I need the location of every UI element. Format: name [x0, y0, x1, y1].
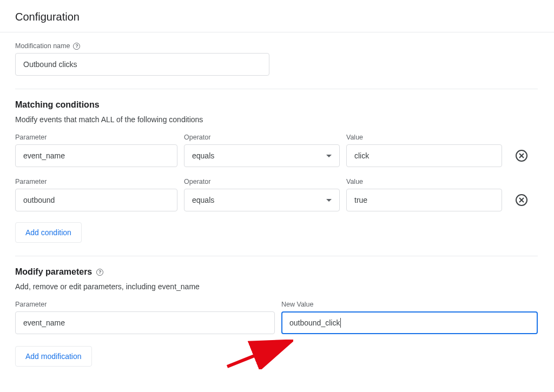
remove-condition-button[interactable] — [516, 194, 527, 206]
condition-operator-select[interactable]: equals — [184, 144, 340, 167]
parameter-label: Parameter — [15, 178, 177, 185]
new-value-text: outbound_click — [289, 318, 340, 327]
condition-row: Parameter Operator equals Value — [15, 134, 538, 167]
modification-name-label: Modification name ? — [15, 42, 269, 50]
close-icon — [519, 153, 524, 158]
add-condition-button[interactable]: Add condition — [15, 222, 82, 243]
parameter-label: Parameter — [15, 134, 177, 141]
value-label: Value — [346, 134, 502, 141]
help-icon[interactable]: ? — [96, 269, 103, 276]
operator-value: equals — [192, 151, 214, 160]
modify-parameters-title: Modify parameters ? — [15, 267, 539, 277]
matching-conditions-subtitle: Modify events that match ALL of the foll… — [15, 115, 539, 124]
operator-value: equals — [192, 196, 214, 204]
modification-new-value-input[interactable]: outbound_click — [281, 311, 538, 334]
condition-row: Parameter Operator equals Value — [15, 178, 538, 211]
parameter-label: Parameter — [15, 301, 275, 308]
page-title: Configuration — [0, 0, 554, 32]
add-modification-button[interactable]: Add modification — [15, 346, 92, 367]
condition-parameter-input[interactable] — [15, 144, 177, 167]
modification-row: Parameter New Value outbound_click — [15, 301, 538, 334]
new-value-label: New Value — [281, 301, 538, 308]
value-label: Value — [346, 178, 502, 185]
condition-value-input[interactable] — [346, 144, 502, 167]
help-icon[interactable]: ? — [73, 43, 80, 50]
condition-operator-select[interactable]: equals — [184, 189, 340, 211]
modification-name-label-text: Modification name — [15, 42, 70, 50]
modification-parameter-input[interactable] — [15, 311, 275, 334]
modification-name-input[interactable] — [15, 53, 269, 76]
operator-label: Operator — [184, 134, 340, 141]
remove-condition-button[interactable] — [516, 150, 527, 162]
divider — [15, 89, 538, 89]
operator-label: Operator — [184, 178, 340, 185]
chevron-down-icon — [326, 155, 332, 157]
chevron-down-icon — [326, 199, 332, 202]
text-caret-icon — [340, 318, 341, 328]
close-icon — [519, 197, 524, 203]
condition-value-input[interactable] — [346, 189, 502, 211]
modify-parameters-title-text: Modify parameters — [15, 267, 92, 277]
modify-parameters-subtitle: Add, remove or edit parameters, includin… — [15, 282, 539, 291]
matching-conditions-title: Matching conditions — [15, 100, 539, 110]
divider — [15, 256, 538, 256]
condition-parameter-input[interactable] — [15, 189, 177, 211]
